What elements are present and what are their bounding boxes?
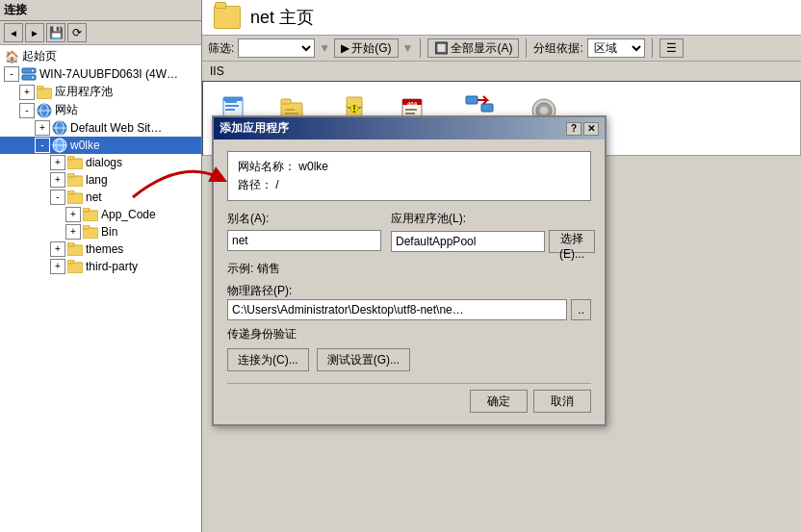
- tree-item-bin[interactable]: + Bin: [0, 223, 201, 241]
- expand-thirdparty[interactable]: +: [50, 259, 65, 274]
- svg-rect-20: [67, 190, 74, 194]
- server-icon: [21, 66, 37, 82]
- tree-item-server[interactable]: - WIN-7AUUBFD063I (4W…: [0, 65, 201, 83]
- expand-lang[interactable]: +: [50, 172, 65, 188]
- filter-label: 筛选:: [208, 40, 234, 57]
- dialog-help-btn[interactable]: ?: [566, 122, 581, 136]
- svg-rect-23: [83, 228, 98, 239]
- section-header-iis: IIS: [202, 62, 801, 81]
- tree-item-lang[interactable]: + lang: [0, 171, 201, 189]
- svg-rect-48: [466, 96, 478, 104]
- expand-themes[interactable]: +: [50, 241, 65, 257]
- tree-label-defaultweb: Default Web Sit…: [70, 121, 162, 135]
- path-label: 路径：: [238, 178, 272, 191]
- expand-apppool[interactable]: +: [19, 85, 35, 100]
- svg-rect-4: [37, 89, 52, 99]
- tree-label-dialogs: dialogs: [86, 156, 122, 169]
- sites-globe-icon: [37, 103, 52, 118]
- svg-rect-5: [37, 86, 43, 89]
- tree-label-lang: lang: [86, 173, 108, 187]
- left-panel: 连接 ◄ ► 💾 ⟳ 🏠 起始页 - WIN-7AUUBFD063I (4W… …: [0, 0, 202, 532]
- apppool-input[interactable]: [391, 231, 545, 252]
- test-settings-btn[interactable]: 测试设置(G)...: [317, 348, 410, 371]
- auth-section-label: 传递身份验证: [227, 326, 591, 342]
- svg-rect-24: [83, 225, 90, 229]
- expand-bin[interactable]: +: [65, 224, 81, 240]
- expand-defaultweb[interactable]: +: [35, 120, 50, 136]
- tree-label-apppool: 应用程序池: [55, 84, 113, 100]
- svg-point-3: [32, 77, 34, 79]
- svg-point-2: [32, 70, 34, 72]
- svg-rect-33: [223, 97, 243, 101]
- alias-input[interactable]: [227, 230, 381, 251]
- svg-rect-15: [67, 159, 83, 169]
- svg-rect-47: [405, 113, 415, 114]
- expand-dialogs[interactable]: +: [50, 155, 65, 170]
- expand-sites[interactable]: -: [19, 103, 35, 118]
- forward-btn[interactable]: ►: [25, 23, 44, 42]
- dialog-titlebar: 添加应用程序 ? ✕: [214, 117, 605, 139]
- tree-item-start[interactable]: 🏠 起始页: [0, 47, 201, 65]
- back-btn[interactable]: ◄: [4, 23, 23, 42]
- tree-item-thirdparty[interactable]: + third-party: [0, 258, 201, 275]
- filter-select[interactable]: [238, 38, 315, 58]
- page-title: net 主页: [250, 6, 314, 29]
- dialog-title: 添加应用程序: [220, 120, 289, 137]
- svg-rect-35: [281, 99, 291, 104]
- tree-label-w01ke: w0lke: [70, 139, 100, 152]
- view-btn[interactable]: ☰: [659, 38, 684, 58]
- groupby-select[interactable]: 区域: [587, 38, 645, 58]
- refresh-btn[interactable]: ⟳: [67, 23, 87, 42]
- apppool-folder-icon: [37, 85, 52, 100]
- connect-as-btn[interactable]: 连接为(C)...: [227, 348, 309, 371]
- tree-item-appcode[interactable]: + App_Code: [0, 206, 201, 223]
- ok-btn[interactable]: 确定: [470, 390, 528, 413]
- tree-item-net[interactable]: - net: [0, 189, 201, 206]
- browse-btn[interactable]: ..: [571, 299, 591, 320]
- groupby-label: 分组依据:: [533, 40, 582, 57]
- apppool-label: 应用程序池(L):: [391, 211, 595, 227]
- expand-appcode[interactable]: +: [65, 207, 81, 222]
- tree-label-sites: 网站: [55, 102, 78, 118]
- filter-bar: 筛选: ▼ ▶ 开始(G) ▼ 🔲 全部显示(A) 分组依据: 区域 ☰: [202, 36, 801, 62]
- svg-rect-37: [285, 113, 298, 114]
- svg-rect-49: [481, 104, 493, 112]
- cancel-btn[interactable]: 取消: [533, 390, 591, 413]
- tree-item-apppool[interactable]: + 应用程序池: [0, 83, 201, 101]
- svg-rect-16: [67, 156, 74, 160]
- alias-apppool-row: 别名(A): 应用程序池(L): 选择(E)...: [227, 211, 591, 253]
- select-apppool-btn[interactable]: 选择(E)...: [549, 230, 595, 253]
- svg-rect-42: [353, 111, 355, 113]
- bin-folder-icon: [83, 224, 98, 240]
- show-all-btn[interactable]: 🔲 全部显示(A): [427, 38, 519, 58]
- themes-folder-icon: [67, 241, 83, 257]
- expand-server[interactable]: -: [4, 66, 19, 82]
- tree-item-sites[interactable]: - 网站: [0, 101, 201, 119]
- appcode-folder-icon: [83, 207, 98, 222]
- alias-label: 别名(A):: [227, 211, 381, 227]
- defaultweb-icon: [52, 120, 67, 136]
- dialog-close-btn[interactable]: ✕: [583, 122, 599, 136]
- physical-path-label: 物理路径(P):: [227, 284, 292, 297]
- tree-item-dialogs[interactable]: + dialogs: [0, 154, 201, 171]
- expand-w01ke[interactable]: -: [35, 138, 50, 153]
- title-folder-icon: [214, 6, 241, 29]
- tree-item-w01ke[interactable]: - w0lke: [0, 137, 201, 154]
- svg-rect-31: [225, 105, 239, 107]
- tree-label-net: net: [86, 190, 102, 204]
- save-btn[interactable]: 💾: [46, 23, 65, 42]
- physical-path-input[interactable]: [227, 299, 567, 320]
- svg-rect-25: [67, 245, 83, 256]
- expand-net[interactable]: -: [50, 190, 65, 205]
- tree-label-bin: Bin: [101, 225, 117, 239]
- add-application-dialog: 添加应用程序 ? ✕ 网站名称： w0lke 路径： / 别名(A): 应用程序…: [212, 115, 607, 426]
- tree-item-themes[interactable]: + themes: [0, 241, 201, 258]
- panel-toolbar: ◄ ► 💾 ⟳: [0, 21, 201, 45]
- tree-label-start: 起始页: [22, 48, 57, 64]
- svg-rect-41: [353, 105, 355, 110]
- tree-label-appcode: App_Code: [101, 208, 156, 221]
- tree-item-defaultweb[interactable]: + Default Web Sit…: [0, 119, 201, 137]
- title-bar: net 主页: [202, 0, 801, 36]
- start-btn[interactable]: ▶ 开始(G): [334, 38, 398, 58]
- dialogs-folder-icon: [67, 155, 83, 170]
